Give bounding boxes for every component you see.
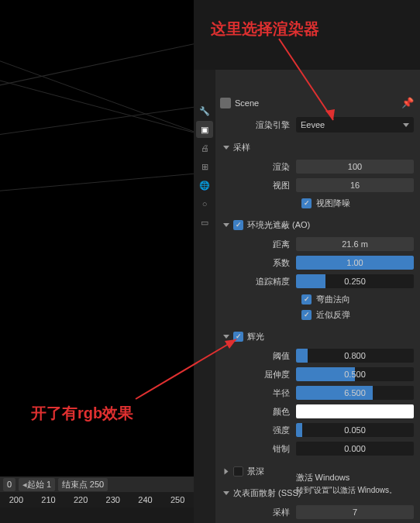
frame-current[interactable]: 0 <box>3 478 15 491</box>
ao-factor[interactable]: 1.00 <box>296 256 414 270</box>
frame-start[interactable]: ◂ 起始 1 <box>19 478 55 491</box>
timeline: 0 ◂ 起始 1 结束点 250 200210220230240250 <box>0 477 194 508</box>
bloom-color[interactable] <box>296 404 414 418</box>
tab-object[interactable]: ▭ <box>196 214 213 231</box>
ao-distance[interactable]: 21.6 m <box>296 237 414 251</box>
tab-tool[interactable]: 🔧 <box>196 102 213 119</box>
arrow-top <box>256 35 349 136</box>
bloom-intensity[interactable]: 0.050 <box>296 423 414 437</box>
properties-tabs: 🔧 ▣ 🖨 ⊞ 🌐 ○ ▭ <box>194 0 215 523</box>
watermark: 激活 Windows 转到"设置"以激活 Windows。 <box>296 472 397 496</box>
tab-output[interactable]: 🖨 <box>196 139 213 157</box>
sss-samples[interactable]: 7 <box>296 505 414 519</box>
tab-scene[interactable]: 🌐 <box>196 177 213 194</box>
tab-view[interactable]: ⊞ <box>196 158 213 175</box>
section-ao[interactable]: ✓环境光遮蔽 (AO) <box>220 217 414 232</box>
pin-icon[interactable]: 📌 <box>401 97 414 108</box>
scene-icon <box>220 98 231 108</box>
chevron-down-icon <box>403 123 409 127</box>
section-bloom[interactable]: ✓辉光 <box>220 329 414 344</box>
ao-enable[interactable]: ✓ <box>233 220 243 230</box>
view-samples[interactable]: 16 <box>296 178 414 192</box>
svg-marker-1 <box>325 109 335 120</box>
ao-bent-check[interactable]: ✓ <box>301 294 312 305</box>
svg-line-2 <box>136 339 236 399</box>
tab-render[interactable]: ▣ <box>196 121 213 138</box>
svg-line-0 <box>279 39 333 120</box>
bloom-threshold[interactable]: 0.800 <box>296 349 414 363</box>
dof-enable[interactable] <box>233 466 243 477</box>
tab-world[interactable]: ○ <box>196 195 213 212</box>
frame-end[interactable]: 结束点 250 <box>58 478 108 491</box>
viewport-3d[interactable] <box>0 0 194 480</box>
render-samples[interactable]: 100 <box>296 160 414 174</box>
bloom-clamp[interactable]: 0.000 <box>296 442 414 456</box>
svg-marker-3 <box>225 339 236 349</box>
bloom-radius[interactable]: 6.500 <box>296 386 414 400</box>
ao-trace[interactable]: 0.250 <box>296 274 414 288</box>
denoise-check[interactable]: ✓ <box>301 198 312 208</box>
ao-bounce-check[interactable]: ✓ <box>301 310 312 320</box>
timeline-ruler[interactable]: 200210220230240250 <box>0 492 194 508</box>
section-sampling[interactable]: 采样 <box>220 139 414 155</box>
bloom-knee[interactable]: 0.500 <box>296 367 414 381</box>
arrow-left <box>132 333 248 403</box>
